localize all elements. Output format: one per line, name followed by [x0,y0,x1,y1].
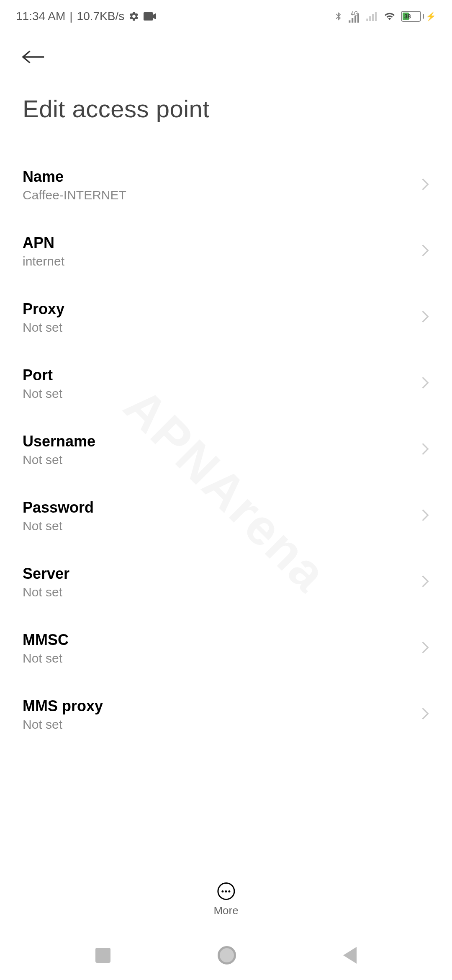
svg-rect-2 [352,18,353,23]
nav-back-button[interactable] [343,947,357,964]
setting-value: Not set [23,651,69,665]
svg-rect-5 [366,19,368,21]
status-data-speed: 10.7KB/s [77,10,125,23]
setting-item-port[interactable]: Port Not set [23,351,429,417]
status-bar: 11:34 AM | 10.7KB/s 4G 38 [0,0,452,29]
more-icon [217,882,235,900]
svg-rect-6 [369,16,371,21]
setting-item-proxy[interactable]: Proxy Not set [23,284,429,351]
setting-label: Name [23,168,126,186]
setting-value: Not set [23,387,62,401]
chevron-right-icon [421,508,429,524]
setting-label: Password [23,499,94,516]
setting-value: internet [23,254,64,268]
battery-percent: 38 [404,13,411,20]
setting-value: Not set [23,585,69,599]
svg-rect-0 [144,12,153,21]
more-label: More [213,904,238,917]
navigation-bar [0,930,452,980]
chevron-right-icon [421,707,429,722]
status-bar-left: 11:34 AM | 10.7KB/s [16,10,156,23]
page-title: Edit access point [0,75,452,152]
setting-label: Server [23,565,69,583]
setting-item-name[interactable]: Name Caffee-INTERNET [23,152,429,218]
chevron-right-icon [421,442,429,457]
battery-indicator: 38 ⚡ [401,11,436,22]
svg-rect-8 [375,12,377,21]
setting-item-server[interactable]: Server Not set [23,549,429,615]
signal-icon-2 [366,12,378,21]
svg-rect-3 [354,16,356,23]
setting-item-username[interactable]: Username Not set [23,417,429,483]
camera-icon [144,12,156,21]
charging-icon: ⚡ [426,11,436,21]
setting-value: Not set [23,453,95,467]
nav-recent-button[interactable] [95,948,110,963]
more-button[interactable]: More [213,882,238,917]
wifi-icon [383,11,396,22]
setting-item-mms-proxy[interactable]: MMS proxy Not set [23,681,429,748]
chevron-right-icon [421,575,429,590]
setting-value: Not set [23,519,94,533]
bluetooth-icon [334,10,343,23]
nav-home-button[interactable] [218,946,236,965]
setting-value: Caffee-INTERNET [23,188,126,202]
setting-label: MMS proxy [23,697,103,715]
setting-item-password[interactable]: Password Not set [23,483,429,549]
setting-label: APN [23,234,64,252]
signal-icon-1 [348,13,361,23]
setting-item-mmsc[interactable]: MMSC Not set [23,615,429,681]
chevron-right-icon [421,244,429,259]
settings-list: Name Caffee-INTERNET APN internet Proxy … [0,152,452,748]
svg-rect-7 [372,14,374,21]
back-button[interactable] [0,29,452,75]
setting-label: MMSC [23,631,69,649]
back-arrow-icon [22,49,45,64]
chevron-right-icon [421,376,429,391]
setting-label: Proxy [23,300,64,318]
status-time: 11:34 AM [16,10,65,23]
setting-label: Port [23,366,62,384]
setting-value: Not set [23,320,64,335]
gear-icon [128,11,139,22]
chevron-right-icon [421,310,429,325]
chevron-right-icon [421,641,429,656]
svg-rect-4 [357,13,359,23]
status-bar-right: 4G 38 ⚡ [334,10,436,23]
setting-value: Not set [23,717,103,732]
svg-rect-1 [349,21,350,23]
setting-label: Username [23,433,95,450]
status-separator: | [69,10,72,23]
setting-item-apn[interactable]: APN internet [23,218,429,284]
chevron-right-icon [421,178,429,193]
